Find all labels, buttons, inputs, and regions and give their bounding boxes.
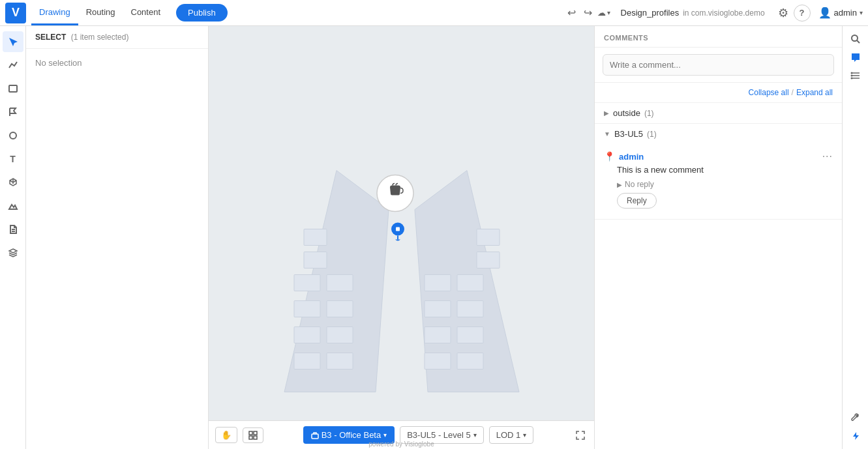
list-icon bbox=[850, 70, 861, 81]
bolt-button[interactable] bbox=[848, 428, 863, 444]
svg-rect-2 bbox=[294, 274, 320, 291]
comment-location-icon: 📍 bbox=[604, 151, 615, 162]
svg-point-36 bbox=[850, 78, 852, 80]
reply-button[interactable]: Reply bbox=[617, 193, 657, 209]
doc-title: Design_profiles bbox=[621, 8, 680, 18]
svg-rect-8 bbox=[327, 326, 353, 343]
tool-pointer[interactable] bbox=[3, 31, 23, 52]
redo-button[interactable]: ↪ bbox=[581, 4, 595, 22]
group-header-outside[interactable]: ▶ outside (1) bbox=[595, 103, 842, 123]
search-button[interactable] bbox=[848, 31, 863, 47]
wrench-icon bbox=[850, 413, 861, 423]
list-button[interactable] bbox=[848, 68, 863, 83]
grid-button[interactable] bbox=[243, 427, 263, 443]
svg-rect-21 bbox=[477, 252, 500, 268]
hand-tool-button[interactable]: ✋ bbox=[215, 427, 237, 443]
comments-panel-button[interactable] bbox=[848, 50, 863, 65]
left-icon-bar: T bbox=[0, 26, 26, 449]
tab-content[interactable]: Content bbox=[123, 0, 169, 25]
canvas-content[interactable] bbox=[209, 26, 594, 420]
svg-rect-13 bbox=[425, 300, 451, 317]
collapse-all-button[interactable]: Collapse all bbox=[749, 88, 789, 97]
group-header-b3ul5[interactable]: ▼ B3-UL5 (1) bbox=[595, 124, 842, 144]
comment-author-row: 📍 admin bbox=[604, 151, 644, 162]
tool-rect[interactable] bbox=[3, 78, 23, 99]
comment-input[interactable] bbox=[603, 54, 834, 76]
svg-rect-15 bbox=[425, 353, 451, 369]
comment-groups: ▶ outside (1) ▼ B3-UL5 (1) 📍 ad bbox=[595, 103, 842, 449]
cloud-save-button[interactable]: ☁ ▾ bbox=[597, 8, 610, 18]
svg-rect-28 bbox=[254, 436, 257, 439]
doc-location: in com.visioglobe.demo bbox=[683, 8, 764, 18]
svg-rect-0 bbox=[9, 85, 17, 92]
comments-header: COMMENTS bbox=[595, 26, 842, 48]
floor-plan bbox=[219, 40, 584, 407]
tool-3d-box[interactable] bbox=[3, 172, 23, 193]
grid-icon bbox=[248, 431, 258, 440]
svg-rect-10 bbox=[304, 229, 327, 245]
undo-redo-group: ↩ ↪ bbox=[565, 4, 595, 22]
comments-panel: COMMENTS Collapse all / Expand all ▶ out… bbox=[594, 26, 842, 449]
lod-selector-button[interactable]: LOD 1 ▾ bbox=[489, 426, 534, 444]
comment-group-outside: ▶ outside (1) bbox=[595, 103, 842, 124]
svg-rect-27 bbox=[249, 436, 252, 439]
tool-mountain[interactable] bbox=[3, 196, 23, 216]
svg-rect-14 bbox=[425, 326, 451, 343]
building-icon bbox=[311, 431, 319, 439]
select-count: (1 item selected) bbox=[71, 33, 129, 42]
tool-document[interactable] bbox=[3, 219, 23, 240]
comment-author: admin bbox=[619, 152, 644, 162]
tab-drawing[interactable]: Drawing bbox=[31, 0, 78, 25]
svg-rect-20 bbox=[477, 229, 500, 245]
right-icon-bar bbox=[842, 26, 868, 449]
tool-trend[interactable] bbox=[3, 55, 23, 76]
tool-flag[interactable] bbox=[3, 102, 23, 123]
svg-rect-12 bbox=[425, 274, 451, 291]
svg-rect-11 bbox=[304, 252, 327, 268]
document-title-area: Design_profiles in com.visioglobe.demo bbox=[613, 8, 773, 18]
bolt-icon bbox=[850, 431, 861, 441]
publish-button[interactable]: Publish bbox=[176, 4, 228, 22]
no-selection-label: No selection bbox=[26, 49, 208, 77]
floor-dropdown-icon: ▾ bbox=[383, 431, 387, 439]
user-dropdown-icon: ▾ bbox=[860, 9, 863, 16]
cloud-dropdown-icon: ▾ bbox=[607, 9, 610, 16]
group-name-outside: outside bbox=[613, 108, 640, 118]
canvas-area[interactable]: ✋ B3 - Office Beta ▾ B3-UL5 - Level 5 ▾ … bbox=[209, 26, 594, 449]
fullscreen-button[interactable] bbox=[573, 428, 588, 442]
svg-rect-25 bbox=[249, 431, 252, 435]
tool-layers[interactable] bbox=[3, 242, 23, 263]
no-reply-chevron: ▶ bbox=[617, 181, 622, 188]
no-reply-row: ▶ No reply bbox=[604, 179, 833, 193]
separator: / bbox=[792, 88, 794, 97]
floor-plan-svg bbox=[219, 40, 584, 405]
app-logo[interactable]: V bbox=[5, 3, 26, 23]
comment-input-area bbox=[595, 48, 842, 83]
tools-button[interactable] bbox=[848, 410, 863, 426]
cloud-icon: ☁ bbox=[597, 8, 606, 18]
collapse-expand-bar: Collapse all / Expand all bbox=[595, 83, 842, 103]
user-menu[interactable]: 👤 admin ▾ bbox=[818, 7, 863, 19]
group-chevron-b3ul5: ▼ bbox=[604, 130, 610, 138]
group-chevron-outside: ▶ bbox=[604, 109, 609, 117]
comment-more-button[interactable]: ··· bbox=[822, 151, 833, 162]
tab-routing[interactable]: Routing bbox=[78, 0, 123, 25]
undo-button[interactable]: ↩ bbox=[565, 4, 578, 22]
selection-bar: SELECT (1 item selected) bbox=[26, 26, 208, 49]
comment-text: This is a new comment bbox=[617, 165, 833, 175]
tool-text[interactable]: T bbox=[3, 149, 23, 169]
svg-rect-3 bbox=[294, 300, 320, 317]
svg-point-34 bbox=[850, 72, 852, 74]
svg-rect-6 bbox=[327, 274, 353, 291]
select-keyword: SELECT bbox=[35, 33, 66, 42]
comment-icon bbox=[850, 52, 861, 63]
settings-button[interactable]: ⚙ bbox=[775, 3, 791, 23]
comment-group-b3ul5: ▼ B3-UL5 (1) 📍 admin ··· This is a new c… bbox=[595, 124, 842, 220]
expand-all-button[interactable]: Expand all bbox=[796, 88, 833, 97]
no-reply-label: No reply bbox=[625, 180, 654, 189]
svg-rect-16 bbox=[457, 274, 483, 291]
help-button[interactable]: ? bbox=[794, 5, 811, 22]
group-count-outside: (1) bbox=[644, 109, 654, 118]
admin-label: admin bbox=[834, 8, 857, 18]
tool-circle[interactable] bbox=[3, 125, 23, 146]
